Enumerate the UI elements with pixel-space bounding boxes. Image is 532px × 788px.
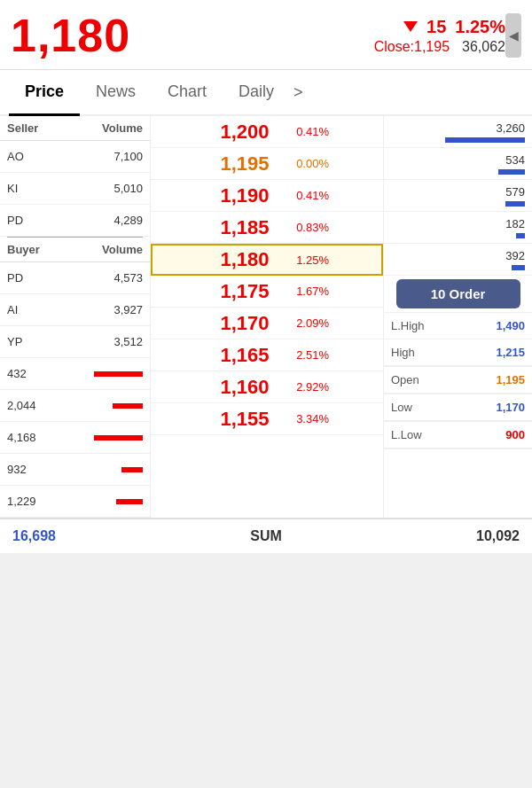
low-val: 1,170 <box>496 401 525 414</box>
right-row-1200: 3,260 <box>384 116 532 148</box>
buyer-vol-ai: 3,927 <box>113 303 143 316</box>
price-1195: 1,195 <box>205 152 285 176</box>
left-row-1165: 4,168 <box>0 422 150 454</box>
low-label: Low <box>391 401 412 414</box>
seller-label: Seller <box>7 121 38 135</box>
right-vol-1185: 182 <box>505 217 525 230</box>
right-row-1155: L.Low 900 <box>384 422 532 449</box>
pct-1170: 2.09% <box>293 316 329 330</box>
bar-fill-1195 <box>498 169 525 175</box>
stats-high: High 1,215 <box>384 339 532 366</box>
tabs: Price News Chart Daily > <box>0 70 532 116</box>
stats-low: Low 1,170 <box>384 394 532 421</box>
right-vol-1180: 392 <box>505 249 525 262</box>
left-row-1175: 432 <box>0 358 150 390</box>
buyer-vol-label: Volume <box>102 243 143 256</box>
bar-fill-1190 <box>505 201 525 207</box>
left-row-1155: 1,229 <box>0 486 150 518</box>
stats-lhigh: L.High 1,490 <box>384 313 532 339</box>
right-row-1190: 579 <box>384 180 532 212</box>
lhigh-label: L.High <box>391 319 425 332</box>
header: 1,180 15 1.25% Close:1,195 36,062 ◀ <box>0 0 532 70</box>
footer-left: 16,698 <box>12 528 56 544</box>
left-vol-1155: 1,229 <box>7 495 36 508</box>
right-row-1175: 10 Order <box>384 276 532 313</box>
right-vol-1195: 534 <box>505 153 525 167</box>
price-row-1180: 1,180 1.25% <box>151 244 383 276</box>
lhigh-val: 1,490 <box>496 319 525 332</box>
price-1160: 1,160 <box>205 376 285 399</box>
close-label: Close:1,195 <box>374 39 450 55</box>
stats-llow: L.Low 900 <box>384 422 532 449</box>
tabs-more-icon[interactable]: > <box>293 83 303 102</box>
bar-1185 <box>427 233 525 238</box>
seller-name-pd: PD <box>7 214 23 227</box>
pct-1160: 2.92% <box>293 380 329 394</box>
change-value: 15 <box>426 17 446 37</box>
price-1200: 1,200 <box>205 121 285 144</box>
seller-vol-ki: 5,010 <box>113 182 143 195</box>
tab-chart[interactable]: Chart <box>152 70 223 116</box>
buyer-vol-pd: 4,573 <box>113 271 143 285</box>
buyer-row-yp: YP 3,512 <box>0 326 150 358</box>
tab-price[interactable]: Price <box>9 70 80 116</box>
bar-fill-1180 <box>512 265 525 270</box>
volume: 36,062 <box>462 39 505 55</box>
left-vol-1170: 2,044 <box>7 399 36 412</box>
left-row-1170: 2,044 <box>0 390 150 422</box>
center-panel: 1,200 0.41% 1,195 0.00% 1,190 0.41% 1,18… <box>151 116 383 518</box>
price-1185: 1,185 <box>205 216 285 239</box>
price-row-1165: 1,165 2.51% <box>151 339 383 371</box>
buyer-header: Buyer Volume <box>0 238 150 262</box>
pct-1185: 0.83% <box>293 221 329 234</box>
buyer-row-pd: PD 4,573 <box>0 262 150 294</box>
bar-1200 <box>427 137 525 143</box>
change-row: 15 1.25% <box>403 17 505 37</box>
seller-vol-label: Volume <box>102 121 143 135</box>
price-1175: 1,175 <box>205 280 285 303</box>
tab-news[interactable]: News <box>80 70 152 116</box>
tab-daily[interactable]: Daily <box>223 70 290 116</box>
stats-open: Open 1,195 <box>384 367 532 394</box>
price-1155: 1,155 <box>205 408 285 431</box>
pct-1200: 0.41% <box>293 125 329 138</box>
buyer-name-pd: PD <box>7 271 23 285</box>
left-vol-1160: 932 <box>7 463 27 476</box>
open-val: 1,195 <box>496 373 525 386</box>
close-row: Close:1,195 36,062 <box>374 39 505 55</box>
ten-order-button[interactable]: 10 Order <box>396 279 520 308</box>
seller-row-ao: AO 7,100 <box>0 141 150 173</box>
pct-1155: 3.34% <box>293 412 329 425</box>
seller-row-ki: KI 5,010 <box>0 173 150 205</box>
price-row-1185: 1,185 0.83% <box>151 212 383 244</box>
footer-right: 10,092 <box>476 528 520 544</box>
buyer-label: Buyer <box>7 243 40 256</box>
pct-1165: 2.51% <box>293 348 329 362</box>
open-label: Open <box>391 373 419 386</box>
bar-1180 <box>427 265 525 270</box>
bar-fill-1200 <box>445 137 525 143</box>
side-panel-button[interactable]: ◀ <box>505 13 521 58</box>
seller-vol-ao: 7,100 <box>113 150 143 163</box>
left-row-1160: 932 <box>0 454 150 486</box>
pct-1190: 0.41% <box>293 189 329 202</box>
buyer-name-yp: YP <box>7 335 22 348</box>
price-row-1170: 1,170 2.09% <box>151 308 383 339</box>
footer: 16,698 SUM 10,092 <box>0 518 532 553</box>
seller-header: Seller Volume <box>0 116 150 141</box>
seller-vol-pd: 4,289 <box>113 214 143 227</box>
price-row-1155: 1,155 3.34% <box>151 403 383 435</box>
price-1180: 1,180 <box>205 248 285 271</box>
seller-name-ao: AO <box>7 150 24 163</box>
bar-fill-1185 <box>516 233 525 238</box>
seller-row-pd: PD 4,289 <box>0 205 150 237</box>
price-row-1200: 1,200 0.41% <box>151 116 383 148</box>
buyer-vol-yp: 3,512 <box>113 335 143 348</box>
buyer-name-ai: AI <box>7 303 18 316</box>
left-vol-1175: 432 <box>7 367 27 380</box>
pct-1180: 1.25% <box>293 254 329 267</box>
down-arrow-icon <box>403 21 418 32</box>
left-vol-1165: 4,168 <box>7 431 36 444</box>
pct-1195: 0.00% <box>293 157 329 170</box>
right-vol-1200: 3,260 <box>496 121 525 135</box>
